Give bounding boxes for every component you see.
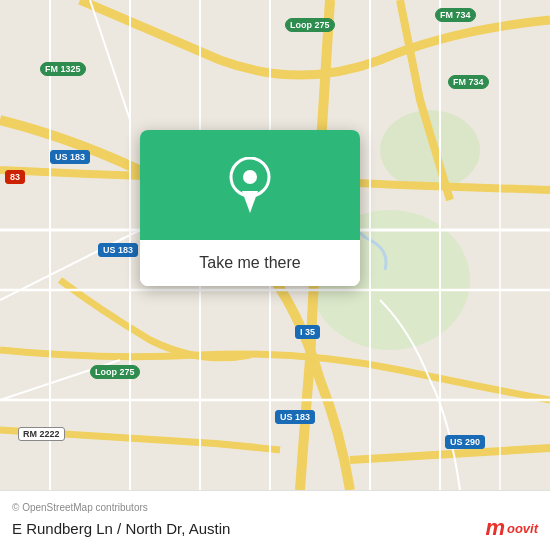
moovit-logo: m oovit: [485, 517, 538, 539]
location-info: E Rundberg Ln / North Dr, Austin m oovit: [12, 517, 538, 539]
badge-i35: I 35: [295, 325, 320, 339]
location-name: E Rundberg Ln / North Dr, Austin: [12, 520, 230, 537]
popup-header: [140, 130, 360, 240]
bottom-bar: © OpenStreetMap contributors E Rundberg …: [0, 490, 550, 550]
badge-us183-3: US 183: [275, 410, 315, 424]
badge-us290: US 290: [445, 435, 485, 449]
badge-us183-2: US 183: [98, 243, 138, 257]
badge-us183-1: US 183: [50, 150, 90, 164]
badge-83: 83: [5, 170, 25, 184]
map-container: FM 734 Loop 275 FM 734 FM 1325 US 183 US…: [0, 0, 550, 490]
badge-loop275-bottom: Loop 275: [90, 365, 140, 379]
attribution-text: © OpenStreetMap contributors: [12, 502, 538, 513]
svg-point-14: [243, 170, 257, 184]
badge-loop275-top: Loop 275: [285, 18, 335, 32]
badge-rm2222: RM 2222: [18, 427, 65, 441]
location-pin-icon: [228, 157, 272, 213]
badge-fm1325: FM 1325: [40, 62, 86, 76]
popup-card: Take me there: [140, 130, 360, 286]
badge-fm734-right: FM 734: [448, 75, 489, 89]
moovit-m-letter: m: [485, 517, 505, 539]
badge-fm734-top: FM 734: [435, 8, 476, 22]
moovit-brand-text: oovit: [507, 521, 538, 536]
take-me-there-button[interactable]: Take me there: [140, 240, 360, 286]
